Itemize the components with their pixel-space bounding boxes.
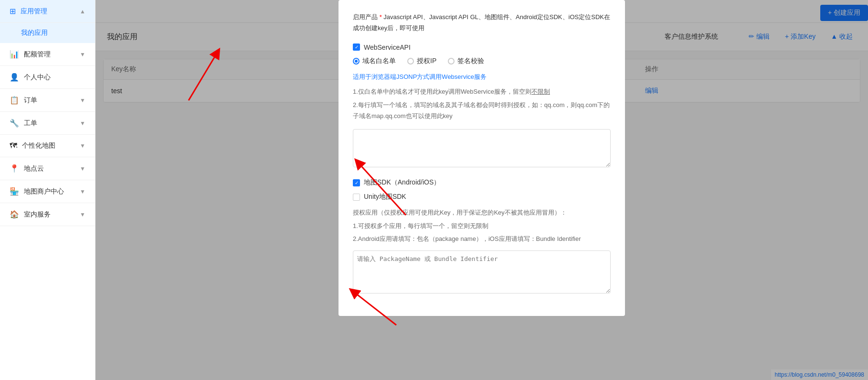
person-icon: 👤 bbox=[10, 73, 19, 82]
radio-group: 域名白名单 授权IP 签名校验 bbox=[353, 57, 611, 65]
location-icon: 📍 bbox=[10, 164, 19, 173]
order-icon: 📋 bbox=[10, 96, 19, 105]
webservice-checkbox[interactable] bbox=[353, 43, 360, 51]
webservice-label: WebServiceAPI bbox=[364, 43, 411, 51]
radio-dot-ip bbox=[407, 58, 414, 65]
sidebar-item-label: 室内服务 bbox=[24, 210, 51, 219]
info-text-whitelist: 1.仅白名单中的域名才可使用此key调用WebService服务，留空则不限制 bbox=[353, 86, 611, 97]
sidebar-item-indoor-service[interactable]: 🏠 室内服务 ▼ bbox=[0, 203, 95, 226]
radio-label-domain: 域名白名单 bbox=[362, 57, 396, 65]
webservice-checkbox-row: WebServiceAPI bbox=[353, 43, 611, 51]
domain-whitelist-textarea[interactable] bbox=[353, 129, 611, 167]
chevron-down-icon2: ▼ bbox=[80, 97, 85, 104]
product-info: 启用产品 * Javascript API、Javascript API GL、… bbox=[353, 11, 611, 34]
modal: 启用产品 * Javascript API、Javascript API GL、… bbox=[339, 0, 625, 316]
sidebar-item-personal-center[interactable]: 👤 个人中心 bbox=[0, 66, 95, 89]
unity-sdk-checkbox-row: Unity地图SDK bbox=[353, 193, 611, 201]
chevron-down-icon4: ▼ bbox=[80, 142, 85, 149]
map-sdk-label: 地图SDK（Android/iOS） bbox=[364, 178, 440, 187]
chevron-down-icon3: ▼ bbox=[80, 120, 85, 127]
workorder-icon: 🔧 bbox=[10, 119, 19, 128]
info-text-jsonp: 适用于浏览器端JSONP方式调用Webservice服务 bbox=[353, 71, 611, 82]
chevron-down-icon: ▼ bbox=[80, 51, 85, 58]
info-text-unlimited: 不限制 bbox=[531, 88, 550, 95]
radio-label-sign: 签名校验 bbox=[457, 57, 484, 65]
sidebar-item-personalized-map[interactable]: 🗺 个性化地图 ▼ bbox=[0, 135, 95, 157]
sidebar-item-label: 配额管理 bbox=[24, 50, 51, 59]
unity-sdk-label: Unity地图SDK bbox=[364, 193, 406, 201]
sidebar-item-label: 工单 bbox=[24, 119, 37, 128]
sidebar-item-quota-management[interactable]: 📊 配额管理 ▼ bbox=[0, 43, 95, 66]
radio-domain-whitelist[interactable]: 域名白名单 bbox=[353, 57, 396, 65]
sidebar-item-location-cloud[interactable]: 📍 地点云 ▼ bbox=[0, 157, 95, 180]
auth-app-info1: 授权应用（仅授权应用可使用此Key，用于保证您的Key不被其他应用冒用）： bbox=[353, 207, 611, 218]
grid-icon: ⊞ bbox=[10, 7, 16, 16]
sidebar-item-orders[interactable]: 📋 订单 ▼ bbox=[0, 89, 95, 112]
modal-overlay: 启用产品 * Javascript API、Javascript API GL、… bbox=[95, 0, 868, 380]
package-name-textarea[interactable] bbox=[353, 250, 611, 293]
product-label: 启用产品 bbox=[353, 13, 378, 21]
sidebar-item-label: 地点云 bbox=[24, 164, 44, 173]
sidebar-item-my-apps[interactable]: 我的应用 bbox=[0, 23, 95, 43]
chevron-down-icon7: ▼ bbox=[80, 211, 85, 218]
webservice-section: WebServiceAPI 域名白名单 授权IP 签名校验 bbox=[353, 43, 611, 169]
chevron-up-icon: ▲ bbox=[80, 8, 85, 15]
main-content: + 创建应用 我的应用 客户信息维护系统 ✏ 编辑 + 添加Key ▲ 收起 K… bbox=[95, 0, 868, 380]
map-icon: 🗺 bbox=[10, 141, 17, 150]
sidebar-sub-label: 我的应用 bbox=[21, 29, 48, 37]
radio-label-ip: 授权IP bbox=[417, 57, 436, 65]
sidebar-item-label: 个人中心 bbox=[24, 73, 51, 82]
unity-sdk-checkbox[interactable] bbox=[353, 194, 360, 201]
sidebar-item-work-orders[interactable]: 🔧 工单 ▼ bbox=[0, 112, 95, 135]
chevron-down-icon5: ▼ bbox=[80, 165, 85, 172]
merchant-icon: 🏪 bbox=[10, 187, 19, 196]
radio-auth-ip[interactable]: 授权IP bbox=[407, 57, 436, 65]
sidebar-item-label: 个性化地图 bbox=[22, 141, 55, 150]
radio-dot-domain bbox=[353, 58, 360, 65]
sidebar-item-app-management[interactable]: ⊞ 应用管理 ▲ bbox=[0, 0, 95, 23]
chevron-down-icon6: ▼ bbox=[80, 188, 85, 195]
sidebar-item-label: 订单 bbox=[24, 96, 37, 105]
sidebar-item-label: 应用管理 bbox=[21, 7, 47, 16]
indoor-icon: 🏠 bbox=[10, 210, 19, 219]
info-text-2-prefix: 1.仅白名单中的域名才可使用此key调用WebService服务，留空则 bbox=[353, 88, 531, 95]
info-text-domain-rule: 2.每行填写一个域名，填写的域名及其子域名都会同时得到授权，如：qq.com，则… bbox=[353, 99, 611, 122]
sidebar: ⊞ 应用管理 ▲ 我的应用 📊 配额管理 ▼ 👤 个人中心 📋 订单 ▼ 🔧 工… bbox=[0, 0, 95, 380]
radio-sign-verify[interactable]: 签名校验 bbox=[448, 57, 484, 65]
radio-dot-sign bbox=[448, 58, 455, 65]
auth-app-info2: 1.可授权多个应用，每行填写一个，留空则无限制 bbox=[353, 220, 611, 231]
sidebar-item-map-merchant[interactable]: 🏪 地图商户中心 ▼ bbox=[0, 180, 95, 203]
map-sdk-section: 地图SDK（Android/iOS） Unity地图SDK 授权应用（仅授权应用… bbox=[353, 178, 611, 294]
product-value: Javascript API、Javascript API GL、地图组件、An… bbox=[353, 13, 610, 32]
map-sdk-checkbox[interactable] bbox=[353, 179, 360, 186]
quota-icon: 📊 bbox=[10, 50, 19, 59]
auth-app-info3: 2.Android应用请填写：包名（package name），iOS应用请填写… bbox=[353, 233, 611, 244]
sidebar-item-label: 地图商户中心 bbox=[24, 187, 64, 196]
required-mark: * bbox=[380, 13, 382, 21]
map-sdk-checkbox-row: 地图SDK（Android/iOS） bbox=[353, 178, 611, 187]
